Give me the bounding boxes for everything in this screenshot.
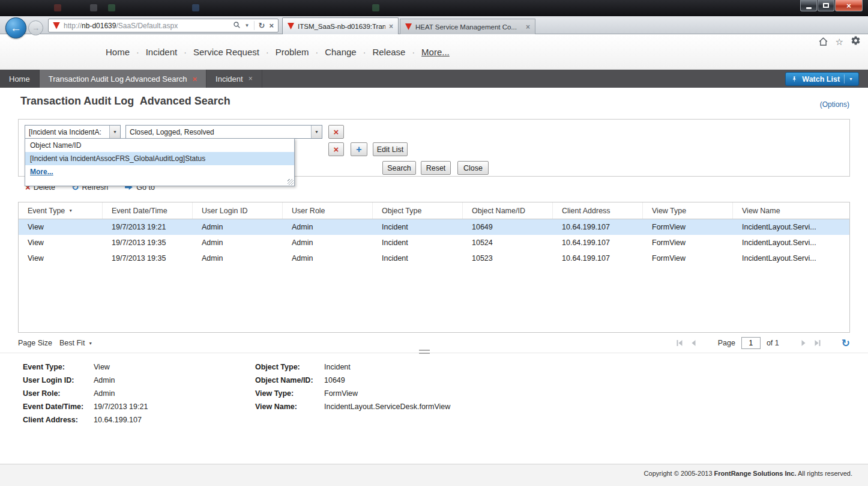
- reset-button[interactable]: Reset: [421, 161, 451, 175]
- table-row[interactable]: View 19/7/2013 19:21 Admin Admin Inciden…: [19, 219, 849, 235]
- url-text: http://nb-d01639/SaaS/Default.aspx: [64, 22, 233, 30]
- options-link[interactable]: (Options): [820, 100, 849, 109]
- tab-transaction-audit-log[interactable]: Transaction Audit Log Advanced Search ×: [40, 70, 206, 88]
- last-page-button[interactable]: [813, 339, 821, 347]
- dropdown-option[interactable]: Object Name/ID: [25, 139, 294, 152]
- pagination-bar: Page Size Best Fit ▼ Page of 1: [18, 333, 850, 353]
- close-tab-icon[interactable]: ×: [389, 22, 393, 31]
- add-criteria-button[interactable]: +: [351, 142, 367, 156]
- close-button[interactable]: Close: [457, 161, 489, 175]
- detail-row: Client Address:10.64.199.107: [23, 413, 148, 427]
- column-header-object-name[interactable]: Object Name/ID: [463, 202, 553, 219]
- gear-icon[interactable]: [851, 35, 861, 48]
- tab-home[interactable]: Home: [0, 70, 40, 88]
- value-combo[interactable]: Closed, Logged, Resolved ▼: [125, 125, 322, 139]
- next-page-button[interactable]: [800, 339, 807, 347]
- page-title: Transaction Audit Log Advanced Search: [20, 95, 231, 108]
- column-header-user-role[interactable]: User Role: [283, 202, 373, 219]
- chevron-down-icon[interactable]: ▼: [311, 126, 322, 138]
- edit-list-button[interactable]: Edit List: [373, 142, 408, 156]
- close-tab-icon[interactable]: ×: [249, 74, 253, 83]
- titlebar-ghost-icon: [90, 4, 97, 11]
- browser-back-button[interactable]: ←: [5, 17, 26, 38]
- nav-item-home[interactable]: Home: [106, 47, 130, 57]
- autocomplete-dropdown-icon[interactable]: ▼: [245, 23, 250, 28]
- value-combo-value: Closed, Logged, Resolved: [126, 126, 311, 138]
- nav-more-link[interactable]: More...: [421, 47, 450, 57]
- cell: 10.64.199.107: [553, 223, 643, 231]
- cell: FormView: [643, 254, 733, 263]
- column-header-client-address[interactable]: Client Address: [553, 202, 643, 219]
- url-domain: nb-d01639: [82, 22, 116, 30]
- detail-row: Event Date/Time:19/7/2013 19:21: [23, 400, 148, 413]
- table-row[interactable]: View 19/7/2013 19:35 Admin Admin Inciden…: [19, 235, 849, 251]
- cell: Incident: [373, 254, 463, 263]
- cell: IncidentLayout.Servi...: [733, 238, 849, 247]
- chevron-down-icon[interactable]: ▼: [109, 126, 120, 138]
- nav-item-problem[interactable]: Problem: [276, 47, 309, 57]
- chevron-down-icon[interactable]: ▼: [849, 77, 853, 81]
- remove-criteria-button[interactable]: ×: [328, 142, 344, 156]
- nav-separator: ·: [363, 47, 366, 57]
- stop-loading-icon[interactable]: ×: [269, 21, 274, 30]
- close-window-button[interactable]: ×: [835, 0, 863, 11]
- refresh-page-icon[interactable]: ↻: [259, 21, 265, 30]
- detail-panel-right: Object Type:Incident Object Name/ID:1064…: [255, 360, 450, 413]
- detail-label: Client Address:: [23, 416, 94, 424]
- field-combo[interactable]: [Incident via IncidentA: ▼: [25, 125, 121, 139]
- detail-panel-left: Event Type:View User Login ID:Admin User…: [23, 360, 148, 427]
- chevron-down-icon: ▼: [88, 341, 92, 345]
- search-icon[interactable]: [233, 20, 241, 31]
- sort-desc-icon[interactable]: ▼: [68, 208, 73, 213]
- resize-grip[interactable]: [288, 179, 294, 185]
- detail-label: User Role:: [23, 389, 94, 398]
- previous-page-button[interactable]: [690, 339, 698, 347]
- minimize-button[interactable]: [800, 0, 817, 11]
- detail-row: Object Name/ID:10649: [255, 374, 450, 387]
- table-row[interactable]: View 19/7/2013 19:35 Admin Admin Inciden…: [19, 251, 849, 266]
- detail-label: Object Type:: [255, 363, 324, 371]
- nav-item-incident[interactable]: Incident: [146, 47, 178, 57]
- cell: IncidentLayout.Servi...: [733, 254, 849, 263]
- dropdown-option-selected[interactable]: [Incident via IncidentAssocFRS_GlobalAud…: [25, 152, 294, 165]
- splitter-handle[interactable]: [419, 350, 430, 354]
- page-number-input[interactable]: [741, 337, 761, 349]
- nav-item-service-request[interactable]: Service Request: [193, 47, 259, 57]
- column-header-object-type[interactable]: Object Type: [373, 202, 463, 219]
- nav-item-change[interactable]: Change: [325, 47, 357, 57]
- close-tab-icon[interactable]: ×: [526, 23, 530, 31]
- detail-row: Object Type:Incident: [255, 360, 450, 374]
- home-icon[interactable]: [818, 37, 828, 47]
- page-size-dropdown[interactable]: Best Fit ▼: [59, 339, 92, 347]
- column-header-view-name[interactable]: View Name: [733, 202, 849, 219]
- favorites-star-icon[interactable]: ☆: [836, 37, 843, 47]
- nav-separator: ·: [266, 47, 269, 57]
- maximize-button[interactable]: [818, 0, 834, 11]
- browser-tab-active[interactable]: ITSM_SaaS-nb-d01639:Tran... ×: [282, 17, 399, 34]
- browser-tab-inactive[interactable]: HEAT Service Management Co... ×: [400, 19, 535, 34]
- page-of-label: of 1: [767, 339, 779, 347]
- column-label: User Role: [292, 207, 325, 215]
- first-page-button[interactable]: [676, 339, 684, 347]
- back-arrow-icon: ←: [10, 22, 22, 35]
- cell: Admin: [283, 223, 373, 231]
- forward-arrow-icon: →: [32, 23, 40, 32]
- refresh-list-icon[interactable]: ↻: [842, 338, 850, 348]
- tab-incident[interactable]: Incident ×: [206, 70, 262, 88]
- search-button[interactable]: Search: [382, 161, 416, 175]
- watch-list-button[interactable]: Watch List ▼: [785, 72, 859, 86]
- close-tab-icon[interactable]: ×: [192, 74, 197, 84]
- column-header-event-type[interactable]: Event Type ▼: [19, 202, 103, 219]
- column-header-user-login[interactable]: User Login ID: [193, 202, 283, 219]
- copyright-prefix: Copyright © 2005-2013: [644, 470, 714, 477]
- browser-forward-button[interactable]: →: [28, 20, 43, 35]
- column-label: Object Name/ID: [472, 207, 525, 215]
- column-header-view-type[interactable]: View Type: [643, 202, 733, 219]
- dropdown-more-link[interactable]: More...: [30, 168, 53, 176]
- nav-item-release[interactable]: Release: [372, 47, 405, 57]
- address-bar[interactable]: http://nb-d01639/SaaS/Default.aspx ▼ ↻ ×: [48, 19, 279, 32]
- cell: 19/7/2013 19:21: [103, 223, 193, 231]
- remove-criteria-button[interactable]: ×: [328, 125, 344, 139]
- red-x-icon: ×: [334, 127, 339, 136]
- column-header-event-date[interactable]: Event Date/Time: [103, 202, 193, 219]
